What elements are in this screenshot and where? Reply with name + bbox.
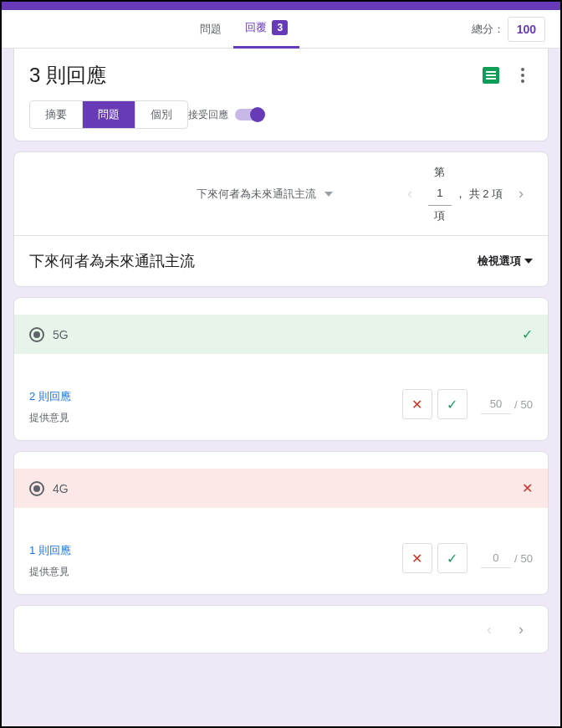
footer-prev-button: ‹: [478, 618, 501, 641]
feedback-label[interactable]: 提供意見: [29, 411, 402, 425]
more-options-icon[interactable]: [513, 68, 533, 83]
sheets-icon[interactable]: [483, 67, 499, 84]
view-mode-tabs: 摘要 問題 個別: [29, 100, 188, 129]
question-nav-card: 下來何者為未來通訊主流 ‹ 第 1 項 ， 共 2 項 › 下來何者為未來通訊主…: [13, 151, 549, 287]
x-icon: ✕: [522, 480, 533, 496]
tab-responses[interactable]: 回覆 3: [233, 10, 299, 49]
question-pager: 第 1 項 ， 共 2 項: [428, 162, 503, 225]
radio-icon: [29, 327, 44, 342]
response-count[interactable]: 1 則回應: [29, 543, 402, 558]
answer-option: 4G ✕: [14, 469, 548, 508]
mark-wrong-button[interactable]: ✕: [402, 543, 432, 573]
radio-icon: [29, 481, 44, 496]
responses-badge: 3: [272, 20, 288, 35]
mark-wrong-button[interactable]: ✕: [402, 389, 432, 419]
footer-next-button[interactable]: ›: [509, 618, 533, 641]
response-count[interactable]: 2 則回應: [29, 389, 402, 404]
mark-correct-button[interactable]: ✓: [437, 389, 467, 419]
top-tabs: 問題 回覆 3 總分： 100: [2, 10, 560, 49]
responses-title: 3 則回應: [29, 62, 483, 89]
answer-card-0: 5G ✓ 2 則回應 提供意見 ✕ ✓ 50 / 50: [13, 297, 549, 441]
view-options-button[interactable]: 檢視選項: [478, 254, 533, 269]
answer-card-1: 4G ✕ 1 則回應 提供意見 ✕ ✓ 0 / 50: [13, 451, 549, 595]
points-input[interactable]: 0 / 50: [481, 548, 533, 568]
footer-card: ‹ ›: [13, 605, 549, 654]
view-summary-tab[interactable]: 摘要: [30, 101, 83, 128]
question-title: 下來何者為未來通訊主流: [29, 251, 478, 271]
answer-option: 5G ✓: [14, 315, 548, 354]
view-question-tab[interactable]: 問題: [83, 101, 135, 128]
next-question-button[interactable]: ›: [509, 182, 533, 206]
answer-text: 5G: [53, 328, 69, 341]
header-card: 3 則回應 摘要 問題 個別 接受回應: [13, 49, 549, 141]
total-score: 總分： 100: [472, 17, 545, 42]
points-input[interactable]: 50 / 50: [481, 394, 533, 414]
tab-responses-label: 回覆: [245, 20, 267, 35]
score-value: 100: [508, 17, 545, 42]
accept-responses-toggle[interactable]: [235, 109, 263, 120]
chevron-down-icon: [524, 259, 533, 264]
check-icon: ✓: [522, 326, 533, 342]
answer-text: 4G: [53, 482, 69, 495]
feedback-label[interactable]: 提供意見: [29, 565, 402, 579]
mark-correct-button[interactable]: ✓: [437, 543, 467, 573]
question-select[interactable]: 下來何者為未來通訊主流: [197, 187, 333, 202]
accept-responses-label: 接受回應: [188, 108, 228, 122]
view-individual-tab[interactable]: 個別: [135, 101, 187, 128]
chevron-down-icon: [324, 192, 333, 197]
tab-questions[interactable]: 問題: [188, 10, 233, 49]
prev-question-button: ‹: [398, 182, 422, 206]
